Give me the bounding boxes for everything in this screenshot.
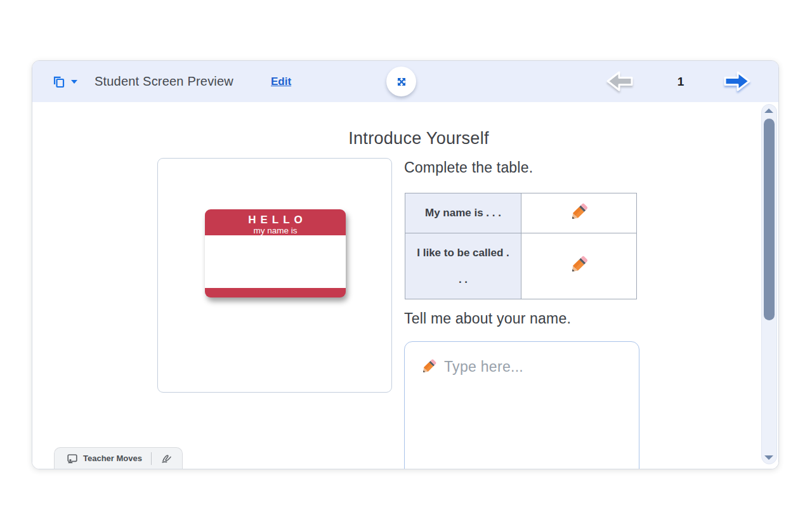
nametag-blank-area — [205, 235, 346, 288]
back-arrow-icon — [605, 69, 634, 93]
slide-title: Introduce Yourself — [59, 129, 778, 148]
presentation-board-icon — [66, 452, 79, 465]
response-table: My name is . . . I like to be called . .… — [405, 193, 637, 299]
pencil-icon — [420, 358, 438, 376]
nametag-subtext: my name is — [205, 226, 346, 235]
tab-divider — [151, 452, 152, 465]
next-slide-button[interactable] — [723, 69, 752, 93]
table-row-label: I like to be called . . . — [405, 233, 521, 299]
hello-nametag: HELLO my name is — [205, 209, 346, 297]
table-answer-cell[interactable] — [521, 193, 637, 233]
fullscreen-button[interactable] — [386, 67, 416, 96]
free-response-textbox[interactable]: Type here... — [404, 341, 639, 469]
scroll-down-arrow-icon[interactable] — [764, 455, 773, 460]
fullscreen-expand-icon — [395, 75, 409, 89]
pencil-icon — [568, 214, 589, 225]
teacher-tools-tab: Teacher Moves — [54, 447, 183, 469]
pencil-icon — [568, 266, 589, 277]
teacher-moves-button[interactable]: Teacher Moves — [66, 452, 142, 465]
nametag-hello-text: HELLO — [205, 214, 346, 226]
edit-link[interactable]: Edit — [271, 61, 291, 102]
preview-title: Student Screen Preview — [95, 61, 233, 102]
forward-arrow-icon — [723, 69, 752, 93]
scroll-up-arrow-icon[interactable] — [764, 108, 773, 113]
teacher-moves-label: Teacher Moves — [83, 454, 142, 463]
preview-topbar: Student Screen Preview Edit 1 — [32, 61, 778, 102]
copy-icon — [51, 74, 67, 89]
question-heading: Tell me about your name. — [404, 310, 571, 327]
table-row: I like to be called . . . — [405, 233, 637, 299]
vertical-scrollbar[interactable] — [761, 104, 777, 464]
slide-canvas: Introduce Yourself HELLO my name is Comp… — [32, 102, 778, 469]
duplicate-slide-dropdown-button[interactable] — [51, 71, 77, 93]
chevron-down-icon — [71, 80, 77, 84]
previous-slide-button[interactable] — [605, 69, 634, 93]
table-heading: Complete the table. — [404, 159, 533, 176]
student-screen-preview-window: Student Screen Preview Edit 1 — [32, 60, 779, 469]
table-answer-cell[interactable] — [521, 233, 637, 299]
textbox-placeholder: Type here... — [444, 358, 523, 376]
table-row: My name is . . . — [405, 193, 637, 233]
annotate-pen-button[interactable] — [160, 452, 173, 465]
scrollbar-thumb[interactable] — [764, 119, 775, 320]
table-row-label: My name is . . . — [405, 193, 521, 233]
nametag-card: HELLO my name is — [157, 158, 392, 393]
page-number: 1 — [667, 61, 695, 102]
pen-swoosh-icon — [160, 452, 173, 465]
